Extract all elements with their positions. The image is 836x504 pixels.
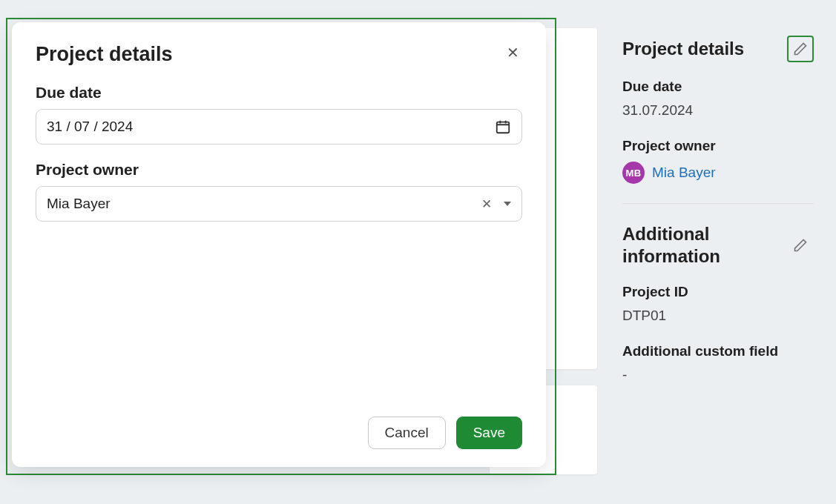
divider: [622, 203, 814, 204]
svg-rect-0: [497, 122, 510, 133]
project-sidebar: Project details Due date 31.07.2024 Proj…: [622, 36, 814, 402]
due-date-input-value: 31 / 07 / 2024: [47, 119, 133, 135]
edit-additional-info-button[interactable]: [787, 232, 814, 259]
cancel-button[interactable]: Cancel: [368, 417, 446, 449]
edit-project-details-button[interactable]: [787, 36, 814, 62]
clear-owner-icon[interactable]: ✕: [481, 196, 492, 212]
due-date-label: Due date: [622, 79, 814, 95]
additional-info-title: Additional information: [622, 223, 748, 268]
calendar-icon[interactable]: [495, 119, 511, 135]
dialog-highlight-box: ✕ Project details Due date 31 / 07 / 202…: [6, 18, 556, 475]
due-date-value: 31.07.2024: [622, 102, 814, 119]
pencil-icon: [793, 238, 808, 253]
pencil-icon: [793, 42, 808, 56]
project-details-dialog: ✕ Project details Due date 31 / 07 / 202…: [12, 22, 546, 467]
close-dialog-button[interactable]: ✕: [500, 40, 525, 65]
project-details-header: Project details: [622, 36, 814, 62]
project-details-title: Project details: [622, 38, 744, 60]
project-id-label: Project ID: [622, 284, 814, 300]
chevron-down-icon[interactable]: [504, 202, 511, 206]
custom-field-value: -: [622, 367, 814, 383]
owner-label: Project owner: [622, 138, 814, 154]
owner-row: MB Mia Bayer: [622, 162, 814, 184]
owner-select-value: Mia Bayer: [47, 196, 111, 212]
dialog-footer: Cancel Save: [36, 417, 522, 449]
owner-input-label: Project owner: [36, 161, 522, 179]
additional-info-header: Additional information: [622, 223, 814, 268]
avatar: MB: [622, 162, 645, 184]
due-date-input-label: Due date: [36, 84, 522, 102]
save-button[interactable]: Save: [456, 417, 522, 449]
due-date-input[interactable]: 31 / 07 / 2024: [36, 109, 522, 145]
dialog-title: Project details: [36, 43, 522, 66]
project-id-value: DTP01: [622, 308, 814, 324]
owner-select[interactable]: Mia Bayer ✕: [36, 186, 522, 222]
close-icon: ✕: [507, 44, 519, 62]
owner-link[interactable]: Mia Bayer: [652, 165, 716, 181]
custom-field-label: Additional custom field: [622, 343, 814, 359]
